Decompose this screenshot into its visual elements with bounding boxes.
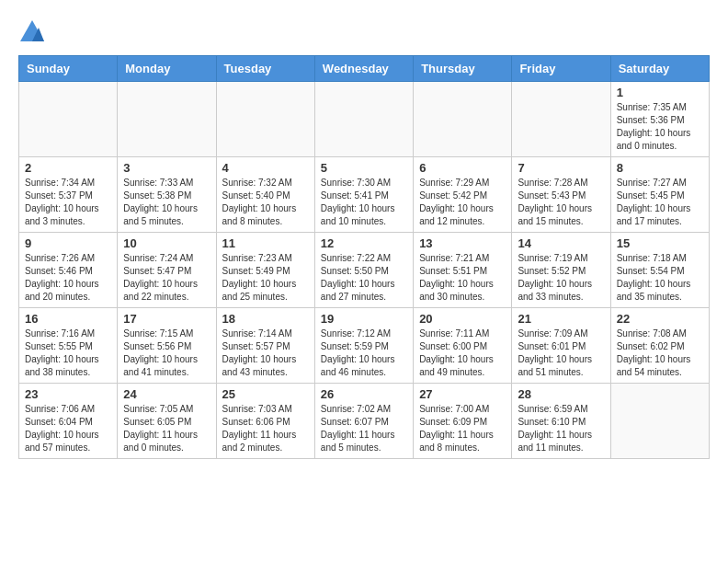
day-cell: 18Sunrise: 7:14 AM Sunset: 5:57 PM Dayli… xyxy=(216,308,314,384)
day-cell: 20Sunrise: 7:11 AM Sunset: 6:00 PM Dayli… xyxy=(414,308,512,384)
day-number: 21 xyxy=(518,312,604,326)
day-number: 25 xyxy=(222,387,309,401)
day-info: Sunrise: 7:03 AM Sunset: 6:06 PM Dayligh… xyxy=(222,403,309,454)
day-info: Sunrise: 7:35 AM Sunset: 5:36 PM Dayligh… xyxy=(617,101,703,153)
day-cell: 13Sunrise: 7:21 AM Sunset: 5:51 PM Dayli… xyxy=(414,233,512,308)
day-info: Sunrise: 7:22 AM Sunset: 5:50 PM Dayligh… xyxy=(321,252,407,304)
day-number: 10 xyxy=(123,236,210,250)
day-number: 14 xyxy=(518,236,604,250)
day-number: 11 xyxy=(222,236,309,250)
day-number: 22 xyxy=(617,312,703,326)
header xyxy=(18,18,710,46)
day-cell xyxy=(314,82,413,157)
day-info: Sunrise: 7:16 AM Sunset: 5:55 PM Dayligh… xyxy=(25,327,111,379)
day-info: Sunrise: 7:24 AM Sunset: 5:47 PM Dayligh… xyxy=(123,252,210,304)
day-cell: 7Sunrise: 7:28 AM Sunset: 5:43 PM Daylig… xyxy=(512,157,610,233)
day-cell: 19Sunrise: 7:12 AM Sunset: 5:59 PM Dayli… xyxy=(314,308,413,384)
day-info: Sunrise: 7:12 AM Sunset: 5:59 PM Dayligh… xyxy=(321,327,407,379)
day-number: 1 xyxy=(617,86,703,99)
day-cell: 1Sunrise: 7:35 AM Sunset: 5:36 PM Daylig… xyxy=(610,82,709,157)
week-row-2: 9Sunrise: 7:26 AM Sunset: 5:46 PM Daylig… xyxy=(19,233,710,308)
day-header-friday: Friday xyxy=(512,56,610,82)
day-number: 26 xyxy=(321,387,407,401)
day-cell: 15Sunrise: 7:18 AM Sunset: 5:54 PM Dayli… xyxy=(610,233,709,308)
day-cell: 22Sunrise: 7:08 AM Sunset: 6:02 PM Dayli… xyxy=(610,308,709,384)
week-row-4: 23Sunrise: 7:06 AM Sunset: 6:04 PM Dayli… xyxy=(19,384,710,459)
day-header-monday: Monday xyxy=(118,56,216,82)
day-info: Sunrise: 7:09 AM Sunset: 6:01 PM Dayligh… xyxy=(518,327,604,379)
day-cell: 4Sunrise: 7:32 AM Sunset: 5:40 PM Daylig… xyxy=(216,157,314,233)
day-number: 13 xyxy=(419,236,506,250)
day-info: Sunrise: 7:06 AM Sunset: 6:04 PM Dayligh… xyxy=(25,403,111,454)
day-cell xyxy=(414,82,512,157)
day-cell: 28Sunrise: 6:59 AM Sunset: 6:10 PM Dayli… xyxy=(512,384,610,459)
day-cell: 16Sunrise: 7:16 AM Sunset: 5:55 PM Dayli… xyxy=(19,308,118,384)
day-header-sunday: Sunday xyxy=(19,56,118,82)
calendar: SundayMondayTuesdayWednesdayThursdayFrid… xyxy=(18,55,710,459)
day-header-thursday: Thursday xyxy=(414,56,512,82)
day-cell: 3Sunrise: 7:33 AM Sunset: 5:38 PM Daylig… xyxy=(118,157,216,233)
day-number: 6 xyxy=(419,161,506,175)
day-info: Sunrise: 7:23 AM Sunset: 5:49 PM Dayligh… xyxy=(222,252,309,304)
day-cell xyxy=(216,82,314,157)
day-header-wednesday: Wednesday xyxy=(314,56,413,82)
day-info: Sunrise: 7:29 AM Sunset: 5:42 PM Dayligh… xyxy=(419,177,506,228)
day-info: Sunrise: 7:33 AM Sunset: 5:38 PM Dayligh… xyxy=(123,177,210,228)
day-info: Sunrise: 7:21 AM Sunset: 5:51 PM Dayligh… xyxy=(419,252,506,304)
day-info: Sunrise: 7:00 AM Sunset: 6:09 PM Dayligh… xyxy=(419,403,506,454)
day-cell: 23Sunrise: 7:06 AM Sunset: 6:04 PM Dayli… xyxy=(19,384,118,459)
day-cell: 26Sunrise: 7:02 AM Sunset: 6:07 PM Dayli… xyxy=(314,384,413,459)
day-number: 23 xyxy=(25,387,111,401)
day-number: 4 xyxy=(222,161,309,175)
day-info: Sunrise: 6:59 AM Sunset: 6:10 PM Dayligh… xyxy=(518,403,604,454)
day-number: 24 xyxy=(123,387,210,401)
day-info: Sunrise: 7:05 AM Sunset: 6:05 PM Dayligh… xyxy=(123,403,210,454)
logo-icon xyxy=(18,18,46,46)
day-info: Sunrise: 7:14 AM Sunset: 5:57 PM Dayligh… xyxy=(222,327,309,379)
day-cell: 6Sunrise: 7:29 AM Sunset: 5:42 PM Daylig… xyxy=(414,157,512,233)
day-info: Sunrise: 7:34 AM Sunset: 5:37 PM Dayligh… xyxy=(25,177,111,228)
day-number: 27 xyxy=(419,387,506,401)
day-number: 5 xyxy=(321,161,407,175)
day-cell: 14Sunrise: 7:19 AM Sunset: 5:52 PM Dayli… xyxy=(512,233,610,308)
day-info: Sunrise: 7:32 AM Sunset: 5:40 PM Dayligh… xyxy=(222,177,309,228)
day-cell: 5Sunrise: 7:30 AM Sunset: 5:41 PM Daylig… xyxy=(314,157,413,233)
day-cell: 8Sunrise: 7:27 AM Sunset: 5:45 PM Daylig… xyxy=(610,157,709,233)
week-row-3: 16Sunrise: 7:16 AM Sunset: 5:55 PM Dayli… xyxy=(19,308,710,384)
day-header-tuesday: Tuesday xyxy=(216,56,314,82)
day-info: Sunrise: 7:28 AM Sunset: 5:43 PM Dayligh… xyxy=(518,177,604,228)
day-number: 8 xyxy=(617,161,703,175)
day-info: Sunrise: 7:11 AM Sunset: 6:00 PM Dayligh… xyxy=(419,327,506,379)
day-number: 7 xyxy=(518,161,604,175)
day-cell xyxy=(610,384,709,459)
day-header-saturday: Saturday xyxy=(610,56,709,82)
day-number: 20 xyxy=(419,312,506,326)
day-cell: 2Sunrise: 7:34 AM Sunset: 5:37 PM Daylig… xyxy=(19,157,118,233)
day-cell xyxy=(512,82,610,157)
day-info: Sunrise: 7:08 AM Sunset: 6:02 PM Dayligh… xyxy=(617,327,703,379)
day-cell: 27Sunrise: 7:00 AM Sunset: 6:09 PM Dayli… xyxy=(414,384,512,459)
day-info: Sunrise: 7:26 AM Sunset: 5:46 PM Dayligh… xyxy=(25,252,111,304)
day-cell: 25Sunrise: 7:03 AM Sunset: 6:06 PM Dayli… xyxy=(216,384,314,459)
day-cell: 12Sunrise: 7:22 AM Sunset: 5:50 PM Dayli… xyxy=(314,233,413,308)
day-number: 17 xyxy=(123,312,210,326)
day-number: 18 xyxy=(222,312,309,326)
day-number: 2 xyxy=(25,161,111,175)
day-cell: 11Sunrise: 7:23 AM Sunset: 5:49 PM Dayli… xyxy=(216,233,314,308)
day-cell: 9Sunrise: 7:26 AM Sunset: 5:46 PM Daylig… xyxy=(19,233,118,308)
day-number: 16 xyxy=(25,312,111,326)
day-info: Sunrise: 7:02 AM Sunset: 6:07 PM Dayligh… xyxy=(321,403,407,454)
day-number: 3 xyxy=(123,161,210,175)
day-info: Sunrise: 7:30 AM Sunset: 5:41 PM Dayligh… xyxy=(321,177,407,228)
day-info: Sunrise: 7:18 AM Sunset: 5:54 PM Dayligh… xyxy=(617,252,703,304)
day-number: 19 xyxy=(321,312,407,326)
day-cell: 21Sunrise: 7:09 AM Sunset: 6:01 PM Dayli… xyxy=(512,308,610,384)
day-info: Sunrise: 7:19 AM Sunset: 5:52 PM Dayligh… xyxy=(518,252,604,304)
day-number: 15 xyxy=(617,236,703,250)
day-cell: 17Sunrise: 7:15 AM Sunset: 5:56 PM Dayli… xyxy=(118,308,216,384)
day-info: Sunrise: 7:15 AM Sunset: 5:56 PM Dayligh… xyxy=(123,327,210,379)
day-cell: 24Sunrise: 7:05 AM Sunset: 6:05 PM Dayli… xyxy=(118,384,216,459)
calendar-header-row: SundayMondayTuesdayWednesdayThursdayFrid… xyxy=(19,56,710,82)
day-cell xyxy=(118,82,216,157)
day-cell xyxy=(19,82,118,157)
